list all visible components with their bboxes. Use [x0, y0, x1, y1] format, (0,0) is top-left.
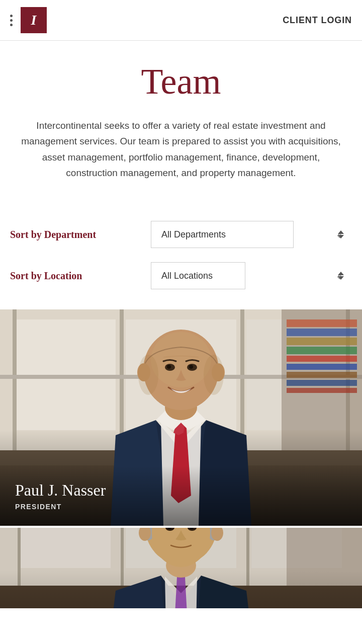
paul-nasser-overlay: Paul J. Nasser PRESIDENT: [0, 466, 362, 526]
svg-rect-14: [287, 347, 357, 354]
svg-point-29: [189, 365, 193, 369]
profile-card-paul-nasser[interactable]: Paul J. Nasser PRESIDENT: [0, 309, 362, 526]
location-filter-row: Sort by Location All Locations Boston Ne…: [10, 262, 352, 289]
svg-rect-37: [20, 528, 111, 568]
svg-rect-17: [287, 372, 357, 378]
svg-rect-13: [287, 338, 357, 345]
svg-rect-7: [240, 309, 244, 450]
svg-rect-6: [120, 309, 124, 450]
location-select-wrapper: All Locations Boston New York Chicago Sa…: [151, 262, 352, 289]
filters-section: Sort by Department All Departments Acqui…: [0, 221, 362, 289]
person2-photo: [0, 528, 362, 608]
location-select[interactable]: All Locations Boston New York Chicago Sa…: [151, 262, 245, 289]
svg-rect-5: [13, 309, 17, 450]
arrow-up-icon: [338, 230, 344, 234]
department-select-arrows: [338, 230, 344, 238]
department-filter-row: Sort by Department All Departments Acqui…: [10, 221, 352, 248]
header-left: I: [10, 7, 47, 33]
page-title: Team: [15, 61, 347, 103]
department-filter-label: Sort by Department: [10, 229, 151, 240]
logo[interactable]: I: [21, 7, 47, 33]
paul-nasser-title: PRESIDENT: [15, 503, 347, 511]
svg-rect-18: [287, 380, 357, 386]
svg-rect-11: [287, 319, 357, 327]
svg-rect-16: [287, 364, 357, 370]
department-select[interactable]: All Departments Acquisitions Asset Manag…: [151, 221, 294, 248]
svg-rect-19: [287, 388, 357, 393]
svg-rect-12: [287, 329, 357, 336]
department-select-wrapper: All Departments Acquisitions Asset Manag…: [151, 221, 352, 248]
svg-point-34: [204, 355, 224, 395]
main-content: Team Intercontinental seeks to offer a v…: [0, 41, 362, 608]
svg-point-33: [138, 355, 158, 395]
profiles-section: Paul J. Nasser PRESIDENT: [0, 309, 362, 608]
location-arrow-down-icon: [338, 276, 344, 280]
location-select-arrows: [338, 272, 344, 280]
location-filter-label: Sort by Location: [10, 270, 151, 282]
menu-button[interactable]: [10, 15, 13, 26]
page-description: Intercontinental seeks to offer a variet…: [15, 118, 347, 181]
profile-card-person2[interactable]: [0, 528, 362, 608]
header: I CLIENT LOGIN: [0, 0, 362, 41]
arrow-down-icon: [338, 235, 344, 238]
svg-rect-15: [287, 356, 357, 362]
page-intro: Team Intercontinental seeks to offer a v…: [0, 41, 362, 221]
svg-point-28: [167, 365, 171, 369]
location-arrow-up-icon: [338, 272, 344, 275]
client-login-link[interactable]: CLIENT LOGIN: [283, 15, 352, 26]
paul-nasser-name: Paul J. Nasser: [15, 481, 347, 500]
